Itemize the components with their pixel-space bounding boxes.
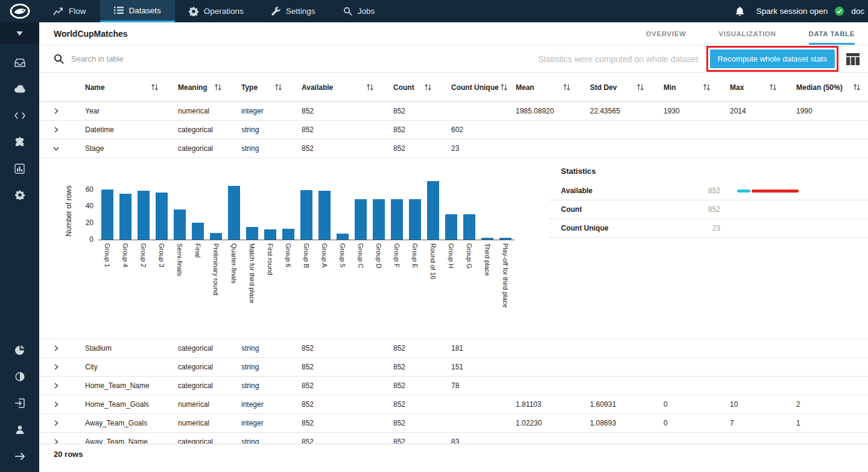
dataiku-logo[interactable]	[0, 0, 39, 22]
sort-icon[interactable]	[151, 83, 159, 91]
tab-data-table[interactable]: DATA TABLE	[809, 22, 855, 45]
x-tick-label: Group E	[406, 243, 424, 337]
cloud-icon	[14, 85, 26, 94]
bar-column	[496, 180, 515, 240]
settings-icon	[271, 7, 280, 16]
table-row-city[interactable]: Citycategoricalstring852852151	[39, 358, 868, 377]
table-columns-icon[interactable]	[846, 53, 860, 65]
statistics-row-available: Available852	[549, 182, 868, 200]
tab-visualization[interactable]: VISUALIZATION	[718, 22, 776, 45]
bar-column	[279, 180, 297, 240]
cell-count: 852	[381, 344, 439, 352]
column-header-max: Max	[718, 83, 784, 92]
sidebar-item-sign-in[interactable]	[0, 390, 39, 416]
table-row-away_team_goals[interactable]: Away_Team_Goalsnumericalinteger8528521.0…	[39, 414, 868, 433]
column-header-label: Count	[393, 83, 414, 92]
bar-column	[116, 180, 135, 240]
cell-name: Home_Team_Name	[73, 381, 166, 390]
cell-mean: 1.81103	[504, 400, 578, 409]
cell-count_unique: 78	[439, 381, 504, 390]
notifications-bell-icon[interactable]	[735, 6, 744, 16]
sidebar-item-caret-down[interactable]	[0, 22, 39, 44]
statistic-label: Count Unique	[549, 224, 678, 232]
chart-bar	[264, 229, 276, 240]
table-row-stadium[interactable]: Stadiumcategoricalstring852852181	[39, 339, 868, 358]
chevron-right-icon[interactable]	[39, 401, 73, 408]
sidebar-item-contrast[interactable]	[0, 363, 39, 390]
x-tick-label: Group A	[315, 243, 334, 337]
bar-chart-icon	[14, 164, 25, 174]
table-row-year[interactable]: Yearnumericalinteger8528521985.0892022.4…	[39, 102, 868, 121]
bar-column	[352, 180, 370, 240]
page-title: WorldCupMatches	[54, 29, 128, 39]
person-icon	[15, 425, 25, 435]
chevron-down-icon[interactable]	[39, 145, 73, 152]
sidebar-item-gear[interactable]	[0, 182, 39, 208]
chart-bar	[391, 199, 403, 240]
sidebar-item-person[interactable]	[0, 416, 39, 443]
x-tick-label: Final	[189, 243, 207, 337]
puzzle-icon	[14, 137, 25, 147]
expanded-column-panel: Number of rows0204060Group 1Group 4Group…	[39, 158, 868, 339]
chevron-right-icon[interactable]	[39, 126, 73, 133]
column-header-label: Max	[730, 83, 744, 92]
sidebar-item-puzzle[interactable]	[0, 129, 39, 155]
bar-column	[243, 180, 261, 240]
x-tick-label: Play-off for third place	[496, 243, 515, 337]
cell-count: 852	[381, 107, 439, 115]
sidebar-item-arrow-right[interactable]	[0, 443, 39, 470]
bar-column	[460, 180, 478, 240]
user-menu[interactable]: doc	[851, 7, 866, 16]
column-header-label: Median (50%)	[796, 83, 843, 92]
cell-available: 852	[290, 126, 381, 134]
cell-available: 852	[290, 381, 381, 390]
nav-item-datasets[interactable]: Datasets	[100, 0, 175, 22]
sort-icon[interactable]	[424, 83, 432, 91]
chart-bar	[337, 234, 349, 240]
nav-item-operations[interactable]: Operations	[175, 0, 258, 22]
sort-icon[interactable]	[214, 83, 222, 91]
table-row-home_team_name[interactable]: Home_Team_Namecategoricalstring85285278	[39, 377, 868, 395]
sidebar-item-code[interactable]	[0, 102, 39, 129]
chevron-right-icon[interactable]	[39, 107, 73, 115]
chevron-right-icon[interactable]	[39, 419, 73, 427]
cell-count: 852	[381, 363, 439, 371]
sort-icon[interactable]	[563, 83, 571, 91]
x-tick-label: Preliminary round	[207, 243, 225, 337]
table-row-stage[interactable]: Stagecategoricalstring85285223	[39, 139, 868, 158]
tab-overview[interactable]: OVERVIEW	[646, 22, 686, 45]
sidebar-item-bar-chart[interactable]	[0, 155, 39, 182]
sort-icon[interactable]	[769, 83, 777, 91]
sort-icon[interactable]	[366, 83, 374, 91]
chevron-right-icon[interactable]	[39, 345, 73, 352]
stage-bar-chart: Number of rows0204060Group 1Group 4Group…	[39, 158, 549, 339]
chart-bar	[355, 199, 367, 240]
search-input[interactable]	[71, 54, 288, 63]
chevron-right-icon[interactable]	[39, 382, 73, 389]
chart-bar	[282, 229, 294, 240]
cell-mean: 1985.08920	[504, 107, 578, 115]
nav-item-settings[interactable]: Settings	[258, 0, 329, 22]
cell-std_dev: 1.08693	[578, 419, 651, 427]
column-header-type: Type	[229, 83, 290, 92]
sort-icon[interactable]	[636, 83, 644, 91]
table-row-datetime[interactable]: Datetimecategoricalstring852852602	[39, 121, 868, 139]
sort-icon[interactable]	[274, 83, 282, 91]
sidebar-item-inbox[interactable]	[0, 49, 39, 75]
nav-item-flow[interactable]: Flow	[39, 0, 100, 22]
table-row-home_team_goals[interactable]: Home_Team_Goalsnumericalinteger8528521.8…	[39, 395, 868, 414]
toolbar-right: Statistics were computed on whole datase…	[538, 46, 860, 72]
column-header-std-dev: Std Dev	[578, 83, 651, 92]
sort-icon[interactable]	[853, 83, 861, 91]
x-tick-label: Group 3	[153, 243, 171, 337]
cell-name: Datetime	[73, 126, 166, 134]
chevron-right-icon[interactable]	[39, 363, 73, 371]
bar-column	[189, 180, 207, 240]
nav-item-jobs[interactable]: Jobs	[329, 0, 389, 22]
arrow-right-icon	[14, 452, 25, 461]
sort-icon[interactable]	[703, 83, 711, 91]
sidebar-item-cloud[interactable]	[0, 75, 39, 102]
statistics-row-count-unique: Count Unique23	[549, 219, 868, 238]
recompute-stats-button[interactable]: Recompute whole dataset stats	[710, 49, 835, 68]
sidebar-item-pie-chart[interactable]	[0, 337, 39, 363]
